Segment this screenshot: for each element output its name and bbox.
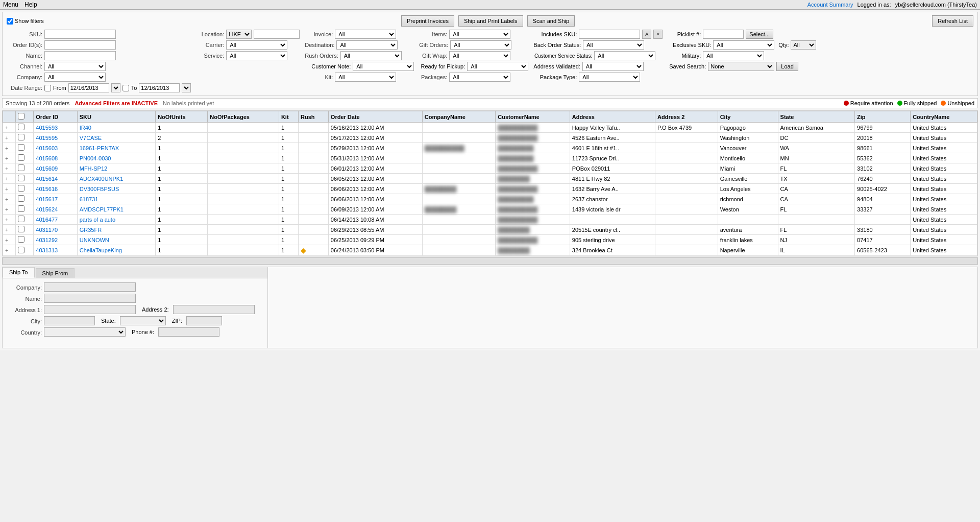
order-id-cell[interactable]: 4015595	[34, 133, 77, 143]
packages-select[interactable]: All	[449, 73, 510, 82]
col-zip[interactable]: Zip	[855, 111, 911, 123]
sku-cell[interactable]: 16961-PENTAX	[77, 143, 155, 153]
order-id-cell[interactable]: 4015593	[34, 123, 77, 133]
sku-cell-link[interactable]: UNKNOWN	[80, 237, 109, 243]
order-id-cell[interactable]: 4015608	[34, 153, 77, 163]
military-select[interactable]: All	[703, 51, 764, 60]
sku-cell-link[interactable]: V7CASE	[80, 135, 102, 141]
order-id-cell-link[interactable]: 4015617	[36, 196, 58, 202]
sku-cell-link[interactable]: GR35FR	[80, 227, 102, 233]
tab-ship-to[interactable]: Ship To	[3, 267, 35, 278]
order-id-cell-link[interactable]: 4015616	[36, 186, 58, 192]
sku-cell[interactable]: UNKNOWN	[77, 235, 155, 245]
country-form-select[interactable]	[44, 327, 126, 337]
customer-service-select[interactable]: All	[594, 51, 655, 60]
company-select[interactable]: All	[44, 73, 106, 82]
order-id-cell-link[interactable]: 4016477	[36, 217, 58, 223]
row-check-input[interactable]	[18, 124, 24, 130]
order-id-cell-link[interactable]: 4015595	[36, 135, 58, 141]
sku-cell[interactable]: 618731	[77, 194, 155, 204]
row-expand[interactable]: +	[3, 245, 16, 256]
zip-form-input[interactable]	[186, 316, 222, 325]
tab-ship-from[interactable]: Ship From	[36, 268, 75, 278]
row-checkbox[interactable]	[15, 184, 33, 194]
city-form-input[interactable]	[44, 316, 95, 325]
row-checkbox[interactable]	[15, 235, 33, 245]
sku-cell[interactable]: parts of a auto	[77, 215, 155, 225]
row-check-input[interactable]	[18, 247, 24, 253]
order-id-cell-link[interactable]: 4015624	[36, 206, 58, 212]
sku-cell[interactable]: ADCX400UNPK1	[77, 174, 155, 184]
package-type-select[interactable]: All	[579, 73, 640, 82]
select-all-checkbox[interactable]	[18, 113, 24, 120]
account-summary-link[interactable]: Account Summary	[807, 2, 853, 8]
row-expand[interactable]: +	[3, 235, 16, 245]
row-checkbox[interactable]	[15, 215, 33, 225]
row-expand[interactable]: +	[3, 184, 16, 194]
destination-select[interactable]: All	[336, 40, 398, 50]
col-rush[interactable]: Rush	[299, 111, 329, 123]
ship-print-labels-button[interactable]: Ship and Print Labels	[458, 15, 523, 27]
order-id-cell-link[interactable]: 4031292	[36, 237, 58, 243]
invoice-select[interactable]: All	[335, 30, 396, 39]
row-check-input[interactable]	[18, 216, 24, 222]
row-check-input[interactable]	[18, 144, 24, 151]
sku-cell-link[interactable]: CheilaTaupeKing	[80, 247, 122, 253]
col-address2[interactable]: Address 2	[655, 111, 718, 123]
to-date-input[interactable]	[139, 83, 180, 92]
col-state[interactable]: State	[778, 111, 854, 123]
order-id-cell[interactable]: 4031170	[34, 225, 77, 235]
horizontal-scrollbar[interactable]	[2, 257, 978, 265]
row-check-input[interactable]	[18, 226, 24, 232]
kit-select[interactable]: All	[335, 73, 396, 82]
menu-item-menu[interactable]: Menu	[3, 1, 18, 8]
includes-sku-input[interactable]	[579, 30, 640, 39]
sku-cell[interactable]: AMDSCPL77PK1	[77, 204, 155, 215]
order-id-cell[interactable]: 4016477	[34, 215, 77, 225]
sku-cell[interactable]: IR40	[77, 123, 155, 133]
qty-select[interactable]: All	[791, 40, 816, 50]
sku-cell-link[interactable]: DV300FBPSUS	[80, 186, 119, 192]
row-expand[interactable]: +	[3, 174, 16, 184]
menu-item-help[interactable]: Help	[24, 1, 37, 8]
row-checkbox[interactable]	[15, 245, 33, 256]
rush-orders-select[interactable]: All	[340, 51, 402, 60]
preprint-invoices-button[interactable]: Preprint Invoices	[401, 15, 454, 27]
row-check-input[interactable]	[18, 175, 24, 181]
row-check-input[interactable]	[18, 134, 24, 140]
row-expand[interactable]: +	[3, 204, 16, 215]
service-select[interactable]: All	[226, 51, 287, 60]
row-expand[interactable]: +	[3, 143, 16, 153]
col-sku[interactable]: SKU	[77, 111, 155, 123]
col-check[interactable]	[15, 111, 33, 123]
col-order-id[interactable]: Order ID	[34, 111, 77, 123]
row-expand[interactable]: +	[3, 225, 16, 235]
from-date-dropdown[interactable]	[111, 83, 120, 92]
from-date-input[interactable]	[68, 83, 109, 92]
col-units[interactable]: NoOfUnits	[156, 111, 208, 123]
col-kit[interactable]: Kit	[279, 111, 298, 123]
row-checkbox[interactable]	[15, 163, 33, 174]
col-date[interactable]: Order Date	[328, 111, 422, 123]
sku-cell[interactable]: DV300FBPSUS	[77, 184, 155, 194]
to-date-dropdown[interactable]	[182, 83, 191, 92]
load-button[interactable]: Load	[776, 62, 798, 71]
col-company[interactable]: CompanyName	[422, 111, 496, 123]
row-expand[interactable]: +	[3, 194, 16, 204]
select-button[interactable]: Select...	[746, 30, 773, 39]
row-checkbox[interactable]	[15, 143, 33, 153]
col-address[interactable]: Address	[570, 111, 655, 123]
row-check-input[interactable]	[18, 236, 24, 243]
sku-cell[interactable]: PN004-0030	[77, 153, 155, 163]
order-id-cell[interactable]: 4015617	[34, 194, 77, 204]
includes-sku-clear-btn[interactable]: ×	[653, 30, 663, 39]
row-check-input[interactable]	[18, 164, 24, 171]
scan-and-ship-button[interactable]: Scan and Ship	[527, 15, 575, 27]
sku-cell[interactable]: MFH-SP12	[77, 163, 155, 174]
sku-cell[interactable]: CheilaTaupeKing	[77, 245, 155, 256]
row-checkbox[interactable]	[15, 153, 33, 163]
gift-orders-select[interactable]: All	[450, 40, 511, 50]
location-type-select[interactable]: LIKE	[226, 30, 252, 39]
sku-cell-link[interactable]: AMDSCPL77PK1	[80, 206, 124, 212]
col-packages[interactable]: NoOfPackages	[208, 111, 279, 123]
